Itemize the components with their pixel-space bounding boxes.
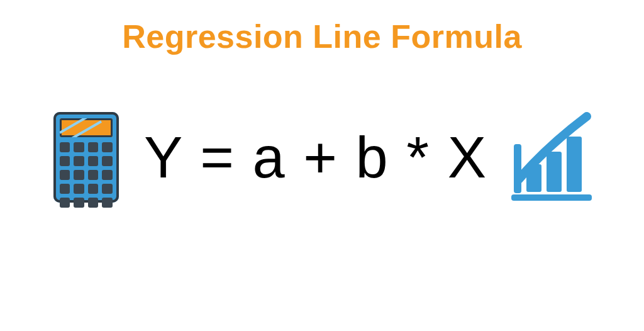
svg-rect-0: [511, 194, 592, 201]
growth-chart-icon: [508, 110, 596, 205]
svg-rect-4: [514, 144, 521, 193]
svg-rect-2: [547, 152, 562, 192]
svg-rect-3: [567, 137, 582, 192]
formula-text: Y = a + b * X: [144, 125, 487, 191]
content-row: Y = a + b * X: [0, 107, 644, 208]
calculator-icon: [48, 107, 124, 208]
page-title: Regression Line Formula: [0, 18, 644, 55]
